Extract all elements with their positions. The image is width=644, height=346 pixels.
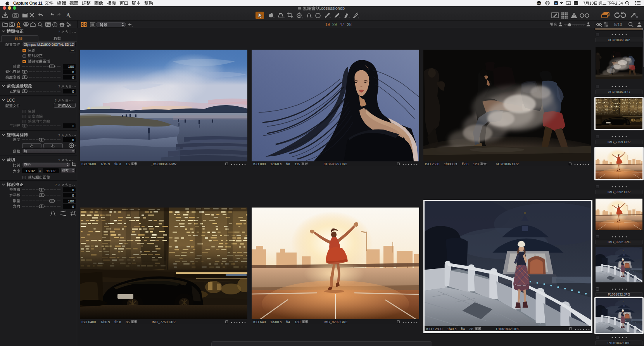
svg-text:A: A xyxy=(58,183,60,187)
svg-text:A: A xyxy=(66,12,71,18)
svg-text:?: ? xyxy=(58,158,60,162)
svg-text:?: ? xyxy=(58,85,60,88)
svg-text:?: ? xyxy=(55,183,57,187)
svg-text:?: ? xyxy=(58,133,60,137)
svg-text:A: A xyxy=(62,133,64,137)
svg-text:LINE: LINE xyxy=(537,2,541,4)
svg-text:?: ? xyxy=(55,99,57,102)
svg-text:?: ? xyxy=(58,30,60,34)
